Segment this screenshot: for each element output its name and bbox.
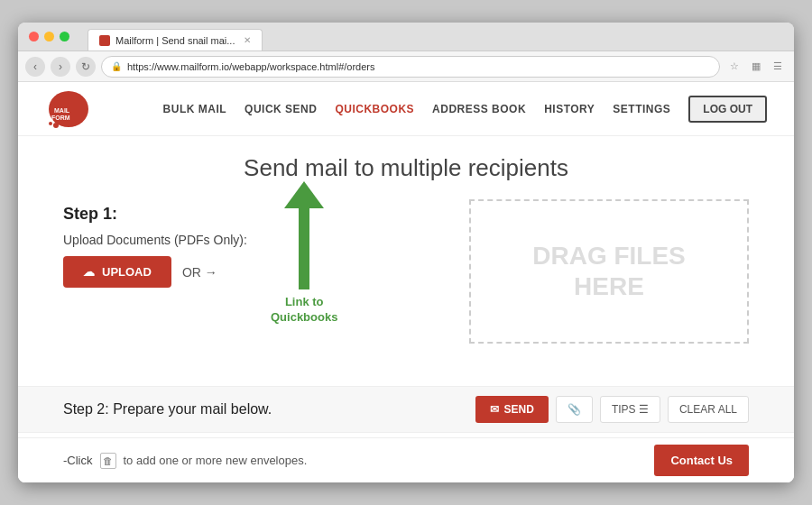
step2-bar: Step 2: Prepare your mail below. ✉ SEND …	[18, 386, 794, 433]
arrow-shaft	[299, 208, 309, 289]
nav-bulk-mail[interactable]: BULK MAIL	[163, 103, 227, 115]
browser-toolbar: ‹ › ↻ 🔒 https://www.mailform.io/webapp/w…	[18, 51, 794, 82]
nav-settings[interactable]: SETTINGS	[613, 103, 670, 115]
or-text: OR →	[182, 265, 217, 280]
send-button[interactable]: ✉ SEND	[475, 396, 549, 423]
send-btn-label: SEND	[504, 403, 534, 416]
minimize-button[interactable]	[44, 32, 54, 41]
svg-text:MAIL: MAIL	[54, 107, 70, 114]
bottom-left-area: -Click 🗑 to add one or more new envelope…	[63, 453, 307, 469]
step2-label: Step 2:	[63, 401, 109, 417]
refresh-button[interactable]: ↻	[76, 57, 96, 77]
bottom-bar: -Click 🗑 to add one or more new envelope…	[18, 437, 794, 482]
step2-actions: ✉ SEND 📎 TIPS ☰ CLEAR ALL	[475, 396, 749, 423]
drag-text: DRAG FILESHERE	[532, 241, 686, 301]
tab-bar: Mailform | Send snail mai... ✕	[88, 23, 263, 50]
step2-heading: Step 2: Prepare your mail below.	[63, 401, 272, 418]
tips-button[interactable]: TIPS ☰	[600, 396, 660, 423]
tab-title: Mailform | Send snail mai...	[115, 35, 235, 46]
browser-window: Mailform | Send snail mai... ✕ ‹ › ↻ 🔒 h…	[18, 23, 794, 482]
lock-icon: 🔒	[111, 61, 122, 71]
logo-area: MAIL FORM	[45, 86, 92, 133]
click-label: -Click	[63, 454, 93, 467]
svg-point-5	[49, 122, 52, 125]
nav-links: BULK MAIL QUICK SEND QUICKBOOKS ADDRESS …	[163, 96, 767, 123]
attachment-button[interactable]: 📎	[556, 396, 593, 423]
fullscreen-button[interactable]	[60, 32, 69, 41]
svg-point-1	[54, 96, 69, 108]
step2-sublabel: Prepare your mail below.	[109, 401, 272, 417]
page-title: Send mail to multiple recipients	[63, 154, 749, 182]
upload-btn-label: UPLOAD	[102, 265, 152, 279]
browser-titlebar: Mailform | Send snail mai... ✕	[18, 23, 794, 51]
annotation-container: Link toQuickbooks	[271, 181, 337, 326]
page-content: MAIL FORM BULK MAIL QUICK SEND QUICKBOOK…	[18, 82, 794, 482]
trash-icon: 🗑	[100, 453, 116, 469]
svg-point-4	[53, 123, 59, 128]
browser-tab[interactable]: Mailform | Send snail mai... ✕	[88, 29, 263, 50]
logo-image: MAIL FORM	[45, 86, 92, 133]
upload-cloud-icon: ☁	[83, 265, 95, 279]
nav-quick-send[interactable]: QUICK SEND	[245, 103, 317, 115]
clear-all-button[interactable]: CLEAR ALL	[668, 396, 749, 423]
url-text: https://www.mailform.io/webapp/workspace…	[127, 61, 375, 72]
nav-quickbooks[interactable]: QUICKBOOKS	[335, 103, 414, 115]
close-button[interactable]	[29, 32, 39, 41]
app-header: MAIL FORM BULK MAIL QUICK SEND QUICKBOOK…	[18, 82, 794, 136]
logout-button[interactable]: LOG OUT	[688, 96, 767, 123]
forward-button[interactable]: ›	[51, 57, 70, 77]
traffic-lights	[29, 32, 69, 41]
contact-us-button[interactable]: Contact Us	[654, 445, 749, 476]
annotation-label: Link toQuickbooks	[271, 295, 337, 326]
tab-favicon	[99, 35, 110, 46]
upload-button[interactable]: ☁ UPLOAD	[63, 256, 171, 288]
drag-drop-area[interactable]: DRAG FILESHERE	[469, 199, 749, 344]
toolbar-right: ☆ ▦ ☰	[725, 58, 787, 76]
menu-icon[interactable]: ☰	[769, 58, 787, 76]
envelope-instruction: to add one or more new envelopes.	[124, 454, 308, 467]
arrow-up-icon	[284, 181, 324, 208]
reader-icon[interactable]: ▦	[747, 58, 765, 76]
svg-text:FORM: FORM	[51, 115, 70, 121]
address-bar[interactable]: 🔒 https://www.mailform.io/webapp/workspa…	[101, 56, 720, 78]
nav-address-book[interactable]: ADDRESS BOOK	[432, 103, 526, 115]
paperclip-icon: 📎	[567, 403, 581, 416]
star-icon[interactable]: ☆	[725, 58, 743, 76]
tab-close-icon[interactable]: ✕	[244, 35, 251, 45]
nav-history[interactable]: HISTORY	[544, 103, 595, 115]
send-icon: ✉	[490, 403, 499, 416]
back-button[interactable]: ‹	[25, 57, 45, 77]
main-content: Send mail to multiple recipients Step 1:…	[18, 136, 794, 482]
